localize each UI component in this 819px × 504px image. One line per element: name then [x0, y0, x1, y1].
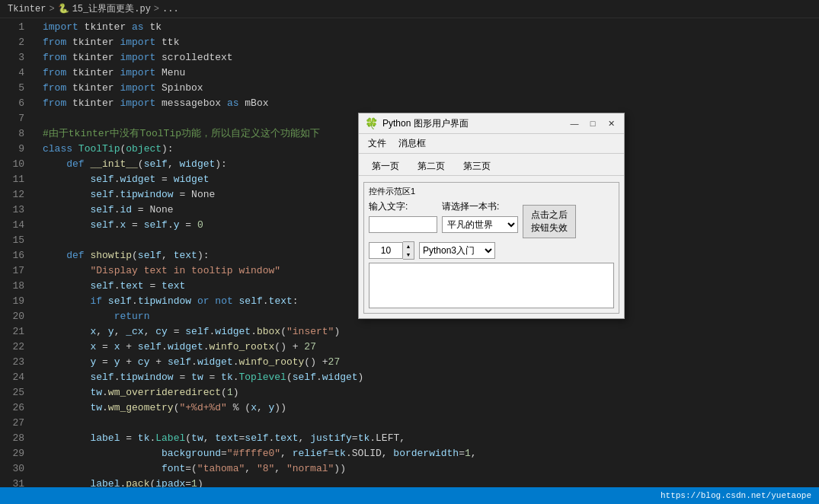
tab-page3[interactable]: 第三页 — [455, 157, 499, 175]
breadcrumb-dots: ... — [162, 4, 179, 14]
code-line: x = x + self.widget.winfo_rootx() + 27 — [43, 340, 819, 355]
spinbox-arrows: ▲ ▼ — [403, 241, 414, 260]
spin-up-button[interactable]: ▲ — [403, 242, 414, 250]
window-tabs: 第一页 第二页 第三页 — [359, 154, 624, 176]
tab-page2[interactable]: 第二页 — [409, 157, 453, 175]
float-window: 🍀 Python 图形用户界面 — □ ✕ 文件 消息框 第一页 第二页 第三页… — [358, 113, 625, 319]
controls-row-1: 输入文字: 请选择一本书: 平凡的世界 Python入门 三体 点击之后 按钮失… — [369, 200, 614, 238]
minimize-button[interactable]: — — [568, 116, 581, 130]
window-body: 控件示范区1 输入文字: 请选择一本书: 平凡的世界 Python入门 三体 — [359, 176, 624, 318]
code-line: from tkinter import Spinbox — [43, 81, 819, 96]
window-title: Python 图形用户界面 — [382, 117, 563, 130]
action-button[interactable]: 点击之后 按钮失效 — [523, 205, 576, 238]
breadcrumb-filename: 15_让界面更美.py — [72, 2, 151, 15]
status-bar: https://blog.csdn.net/yuetaope — [0, 487, 819, 504]
code-line: import tkinter as tk — [43, 20, 819, 35]
code-line: x, y, _cx, cy = self.widget.bbox("insert… — [43, 324, 819, 340]
breadcrumb-file-icon: 🐍 — [58, 3, 69, 14]
action-btn-line1: 点击之后 — [531, 209, 568, 220]
code-line: from tkinter import scrolledtext — [43, 50, 819, 65]
code-line: from tkinter import ttk — [43, 35, 819, 50]
code-line — [43, 416, 819, 431]
code-line: label = tk.Label(tw, text=self.text, jus… — [43, 431, 819, 446]
line-numbers: 1234567891011121314151617181920212223242… — [0, 18, 32, 504]
window-menubar: 文件 消息框 — [359, 134, 624, 154]
window-icon: 🍀 — [365, 117, 378, 129]
text-area[interactable] — [369, 263, 614, 308]
window-titlebar: 🍀 Python 图形用户界面 — □ ✕ — [359, 113, 624, 134]
spinbox: ▲ ▼ — [369, 241, 414, 260]
book-select[interactable]: 平凡的世界 Python入门 三体 — [442, 216, 518, 233]
breadcrumb: Tkinter > 🐍 15_让界面更美.py > ... — [0, 0, 819, 18]
code-line: y = y + cy + self.widget.winfo_rooty() +… — [43, 355, 819, 370]
action-btn-line2: 按钮失效 — [531, 222, 568, 233]
close-button[interactable]: ✕ — [604, 116, 618, 130]
select-label: 请选择一本书: — [442, 200, 518, 213]
controls-row-2: ▲ ▼ Python3入门 Python进阶 — [369, 241, 614, 260]
breadcrumb-sep1: > — [49, 4, 54, 14]
group-label: 控件示范区1 — [369, 186, 614, 197]
code-line: from tkinter import messagebox as mBox — [43, 96, 819, 111]
code-line: font=("tahoma", "8", "normal")) — [43, 461, 819, 477]
input-label: 输入文字: — [369, 200, 437, 213]
menu-item-file[interactable]: 文件 — [362, 136, 392, 152]
breadcrumb-sep2: > — [154, 4, 159, 14]
spinbox-input[interactable] — [369, 242, 403, 259]
maximize-button[interactable]: □ — [586, 116, 600, 130]
group-box: 控件示范区1 输入文字: 请选择一本书: 平凡的世界 Python入门 三体 — [363, 182, 619, 314]
spin-down-button[interactable]: ▼ — [403, 250, 414, 259]
code-line: background="#ffffe0", relief=tk.SOLID, b… — [43, 446, 819, 461]
menu-item-msgbox[interactable]: 消息框 — [392, 136, 432, 152]
code-line: from tkinter import Menu — [43, 65, 819, 81]
status-url: https://blog.csdn.net/yuetaope — [661, 491, 811, 500]
code-line: tw.wm_overrideredirect(1) — [43, 385, 819, 400]
combo2-select[interactable]: Python3入门 Python进阶 — [419, 242, 495, 259]
breadcrumb-root: Tkinter — [8, 4, 46, 14]
code-line: self.tipwindow = tw = tk.Toplevel(self.w… — [43, 370, 819, 385]
code-line: tw.wm_geometry("+%d+%d" % (x, y)) — [43, 400, 819, 416]
text-entry[interactable] — [369, 216, 437, 233]
tab-page1[interactable]: 第一页 — [363, 157, 408, 175]
